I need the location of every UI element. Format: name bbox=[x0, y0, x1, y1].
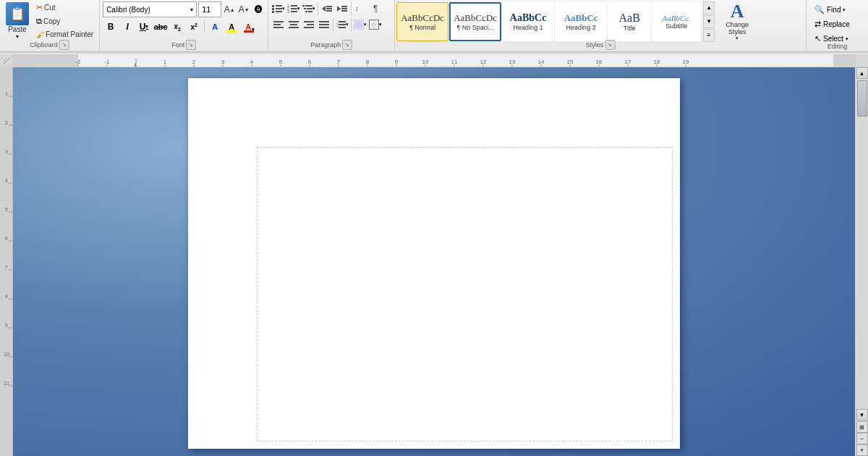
svg-rect-13 bbox=[305, 5, 312, 7]
align-center-button[interactable] bbox=[286, 17, 301, 32]
highlight-color-button[interactable]: A bbox=[224, 19, 239, 35]
svg-text:10: 10 bbox=[4, 352, 9, 357]
zoom-in-button[interactable]: + bbox=[856, 444, 868, 456]
svg-text:10: 10 bbox=[422, 59, 429, 65]
svg-text:8: 8 bbox=[5, 294, 8, 299]
svg-text:2: 2 bbox=[192, 59, 196, 65]
styles-expand[interactable]: ≡ bbox=[703, 29, 715, 42]
bold-button[interactable]: B bbox=[103, 19, 119, 35]
svg-rect-9 bbox=[291, 8, 297, 9]
svg-rect-41 bbox=[339, 24, 346, 25]
vertical-scrollbar[interactable]: ▲ ▼ ⊞ − + bbox=[855, 67, 868, 456]
copy-button[interactable]: ⧉ Copy bbox=[33, 15, 96, 28]
svg-rect-11 bbox=[291, 11, 297, 12]
svg-text:11: 11 bbox=[4, 381, 9, 386]
multilevel-list-button[interactable]: ▾ bbox=[302, 1, 316, 16]
svg-text:2: 2 bbox=[5, 120, 8, 125]
scroll-thumb[interactable] bbox=[857, 80, 867, 117]
style-heading2[interactable]: AaBbCc Heading 2 bbox=[555, 2, 607, 41]
scroll-up-button[interactable]: ▲ bbox=[856, 67, 868, 79]
style-title[interactable]: AaB Title bbox=[608, 2, 651, 41]
increase-indent-button[interactable] bbox=[335, 1, 349, 16]
svg-rect-44 bbox=[355, 21, 362, 28]
styles-scroll-up[interactable]: ▲ bbox=[703, 1, 715, 14]
clipboard-expand-icon[interactable]: ↘ bbox=[59, 40, 69, 50]
svg-text:4: 4 bbox=[250, 59, 254, 65]
svg-text:1: 1 bbox=[163, 59, 167, 65]
show-marks-button[interactable]: ¶ bbox=[368, 1, 383, 16]
italic-button[interactable]: I bbox=[119, 19, 135, 35]
scroll-down-button[interactable]: ▼ bbox=[856, 409, 868, 421]
svg-rect-33 bbox=[304, 21, 314, 22]
superscript-button[interactable]: x2 bbox=[186, 19, 202, 35]
font-expand-icon[interactable]: ↘ bbox=[186, 40, 196, 50]
shading-button[interactable]: ▾ bbox=[353, 17, 367, 32]
svg-rect-31 bbox=[290, 24, 297, 25]
style-normal[interactable]: AaBbCcDc ¶ Normal bbox=[396, 2, 448, 41]
style-heading1[interactable]: AaBbCc Heading 1 bbox=[502, 2, 554, 41]
svg-text:15: 15 bbox=[567, 59, 574, 65]
svg-rect-38 bbox=[319, 27, 329, 28]
scroll-track-area[interactable] bbox=[856, 79, 868, 409]
paragraph-expand-icon[interactable]: ↘ bbox=[342, 40, 352, 50]
styles-scroll-down[interactable]: ▼ bbox=[703, 15, 715, 28]
svg-text:↕: ↕ bbox=[336, 21, 339, 28]
svg-text:6: 6 bbox=[308, 59, 312, 65]
borders-button[interactable]: ▾ bbox=[368, 17, 383, 32]
underline-button[interactable]: U ▾ bbox=[136, 19, 152, 35]
svg-rect-2 bbox=[272, 8, 274, 10]
svg-marker-18 bbox=[322, 6, 326, 12]
bullets-button[interactable]: ▾ bbox=[271, 1, 286, 16]
replace-button[interactable]: ⇄ Replace bbox=[811, 17, 864, 31]
horizontal-ruler: -2 -1 | 1 2 3 4 5 6 7 8 bbox=[13, 54, 855, 67]
svg-rect-37 bbox=[319, 24, 329, 25]
svg-rect-95 bbox=[0, 75, 13, 429]
subscript-button[interactable]: x2 bbox=[169, 19, 185, 35]
numbering-button[interactable]: 1.2.3. ▾ bbox=[286, 1, 301, 16]
decrease-font-button[interactable]: A▼ bbox=[237, 3, 250, 16]
svg-text:13: 13 bbox=[509, 59, 516, 65]
svg-rect-14 bbox=[304, 8, 306, 9]
zoom-out-button[interactable]: − bbox=[856, 433, 868, 444]
font-color-button[interactable]: A ▾ bbox=[240, 19, 256, 35]
line-spacing-button[interactable]: ↕ ▾ bbox=[335, 17, 349, 32]
align-right-button[interactable] bbox=[302, 17, 316, 32]
svg-rect-25 bbox=[341, 10, 347, 12]
style-no-spacing[interactable]: AaBbCcDc ¶ No Spaci... bbox=[449, 2, 501, 41]
svg-rect-48 bbox=[13, 54, 78, 67]
font-family-dropdown[interactable]: Calibri (Body) ▾ bbox=[103, 1, 197, 17]
paste-button[interactable]: 📋 Paste ▾ bbox=[3, 1, 32, 41]
document-canvas[interactable] bbox=[13, 67, 855, 456]
change-styles-button[interactable]: A Change Styles ▾ bbox=[717, 2, 757, 41]
style-subtitle[interactable]: AaBbCc. Subtitle bbox=[652, 2, 701, 41]
svg-rect-3 bbox=[276, 8, 282, 9]
styles-expand-icon[interactable]: ↘ bbox=[605, 40, 615, 50]
paragraph-section-label: Paragraph ↘ bbox=[310, 40, 352, 50]
clear-formatting-button[interactable]: 🅐 bbox=[252, 3, 265, 16]
svg-text:-2: -2 bbox=[75, 59, 81, 65]
increase-font-button[interactable]: A▲ bbox=[223, 3, 236, 16]
decrease-indent-button[interactable] bbox=[320, 1, 334, 16]
find-button[interactable]: 🔍 Find ▾ bbox=[811, 3, 864, 17]
document-page[interactable] bbox=[188, 78, 680, 449]
strikethrough-button[interactable]: abc bbox=[153, 19, 169, 35]
text-effects-button[interactable]: A bbox=[207, 19, 223, 35]
justify-button[interactable] bbox=[317, 17, 331, 32]
svg-text:9: 9 bbox=[5, 323, 8, 328]
format-painter-button[interactable]: 🖌 Format Painter bbox=[33, 29, 96, 41]
svg-rect-42 bbox=[339, 27, 346, 28]
svg-text:5: 5 bbox=[279, 59, 283, 65]
svg-text:4: 4 bbox=[5, 178, 8, 183]
align-left-button[interactable] bbox=[271, 17, 286, 32]
ruler-right-end bbox=[855, 54, 868, 67]
svg-rect-30 bbox=[289, 21, 299, 22]
cut-button[interactable]: ✂ Cut bbox=[33, 1, 96, 14]
svg-text:6: 6 bbox=[5, 236, 8, 241]
svg-text:18: 18 bbox=[654, 59, 660, 65]
view-options-button[interactable]: ⊞ bbox=[856, 421, 868, 433]
sort-button[interactable]: ↕ bbox=[353, 1, 367, 16]
font-size-field[interactable]: 11 bbox=[198, 1, 221, 17]
svg-rect-21 bbox=[326, 10, 332, 12]
svg-text:17: 17 bbox=[625, 59, 631, 65]
svg-text:3.: 3. bbox=[287, 9, 290, 14]
